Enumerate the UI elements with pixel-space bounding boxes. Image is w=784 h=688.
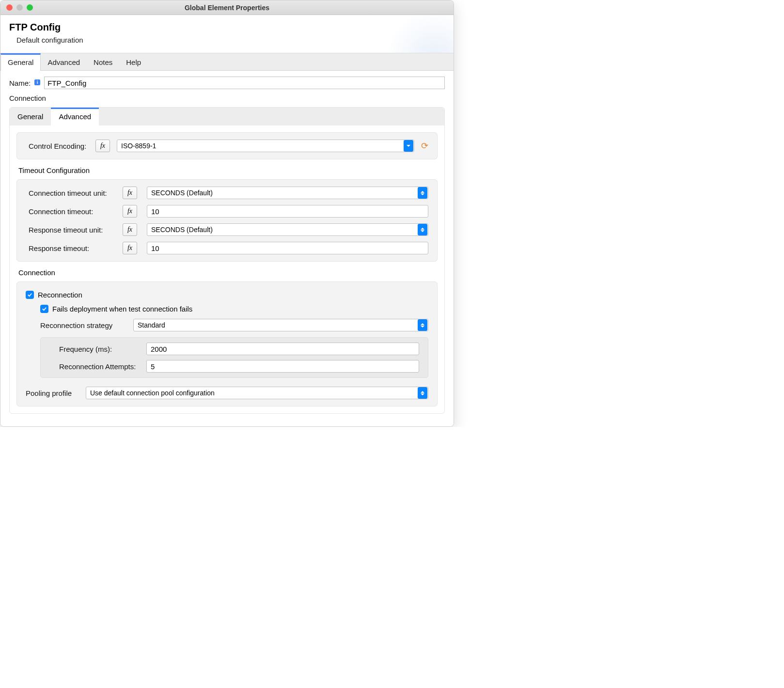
frequency-block: Frequency (ms): Reconnection Attempts: <box>40 337 428 378</box>
inner-content: Control Encoding: fx ISO-8859-1 ⟳ Timeou… <box>10 125 444 413</box>
close-icon[interactable] <box>6 4 13 11</box>
chevron-down-icon <box>404 140 413 152</box>
fx-button[interactable]: fx <box>95 140 110 152</box>
conn-timeout-label: Connection timeout: <box>26 207 118 216</box>
tab-advanced[interactable]: Advanced <box>41 53 87 70</box>
config-title: FTP Config <box>9 22 445 33</box>
inner-tab-general[interactable]: General <box>10 108 51 125</box>
conn-timeout-unit-label: Connection timeout unit: <box>26 189 118 197</box>
checkbox-checked-icon <box>26 291 34 299</box>
reconnection-checkbox-row[interactable]: Reconnection <box>26 291 428 299</box>
reconnection-strategy-select[interactable]: Standard <box>133 319 428 331</box>
inner-tabs: General Advanced <box>10 108 444 125</box>
name-input[interactable] <box>44 77 445 89</box>
config-subtitle: Default configuration <box>9 33 445 44</box>
tab-notes[interactable]: Notes <box>87 53 119 70</box>
timeout-header: Timeout Configuration <box>18 166 438 174</box>
connection-panel: General Advanced Control Encoding: fx IS… <box>9 107 445 414</box>
fx-button[interactable]: fx <box>123 242 137 254</box>
outer-tabs: General Advanced Notes Help <box>0 53 454 71</box>
conn-timeout-unit-value: SECONDS (Default) <box>147 189 417 197</box>
control-encoding-value: ISO-8859-1 <box>117 142 403 150</box>
fails-deployment-checkbox-row[interactable]: Fails deployment when test connection fa… <box>40 305 428 313</box>
reconnection-strategy-label: Reconnection strategy <box>40 321 127 329</box>
attempts-input[interactable] <box>146 360 419 373</box>
window-controls <box>0 4 33 11</box>
name-label: Name: <box>9 79 31 87</box>
updown-icon <box>418 387 427 399</box>
name-row: Name: i <box>9 77 445 89</box>
maximize-icon[interactable] <box>27 4 33 11</box>
outer-content: Name: i Connection General Advanced Cont… <box>0 71 454 426</box>
window-title: Global Element Properties <box>0 4 454 12</box>
refresh-icon[interactable]: ⟳ <box>421 141 428 151</box>
control-encoding-label: Control Encoding: <box>26 142 89 150</box>
reconnection-label: Reconnection <box>38 291 82 299</box>
resp-timeout-unit-select[interactable]: SECONDS (Default) <box>147 223 428 236</box>
pooling-profile-label: Pooling profile <box>26 389 79 397</box>
conn-timeout-unit-select[interactable]: SECONDS (Default) <box>147 187 428 199</box>
inner-tab-advanced[interactable]: Advanced <box>51 108 99 125</box>
titlebar: Global Element Properties <box>0 0 454 15</box>
fx-button[interactable]: fx <box>123 205 137 218</box>
updown-icon <box>418 319 427 331</box>
conn-timeout-input[interactable] <box>147 205 428 218</box>
fails-deployment-label: Fails deployment when test connection fa… <box>52 305 192 313</box>
checkbox-checked-icon <box>40 305 48 313</box>
resp-timeout-unit-value: SECONDS (Default) <box>147 226 417 234</box>
attempts-label: Reconnection Attempts: <box>49 362 141 371</box>
frequency-input[interactable] <box>146 343 419 355</box>
updown-icon <box>418 224 427 235</box>
reconnection-strategy-value: Standard <box>134 321 417 329</box>
connection-label: Connection <box>9 94 445 102</box>
frequency-label: Frequency (ms): <box>49 345 141 353</box>
updown-icon <box>418 187 427 199</box>
control-encoding-select[interactable]: ISO-8859-1 <box>117 140 414 152</box>
tab-help[interactable]: Help <box>119 53 148 70</box>
tab-general[interactable]: General <box>0 53 41 71</box>
resp-timeout-label: Response timeout: <box>26 244 118 252</box>
dialog-window: Global Element Properties FTP Config Def… <box>0 0 454 427</box>
fx-button[interactable]: fx <box>123 187 137 199</box>
timeout-block: Connection timeout unit: fx SECONDS (Def… <box>16 179 438 262</box>
connection-section-header: Connection <box>18 268 438 277</box>
info-icon: i <box>34 79 40 85</box>
resp-timeout-input[interactable] <box>147 242 428 254</box>
fx-button[interactable]: fx <box>123 223 137 236</box>
pooling-profile-value: Use default connection pool configuratio… <box>86 389 417 397</box>
minimize-icon[interactable] <box>16 4 23 11</box>
reconnection-block: Reconnection Fails deployment when test … <box>16 281 438 407</box>
dialog-header: FTP Config Default configuration <box>0 15 454 53</box>
pooling-profile-select[interactable]: Use default connection pool configuratio… <box>86 387 428 399</box>
resp-timeout-unit-label: Response timeout unit: <box>26 226 118 234</box>
encoding-block: Control Encoding: fx ISO-8859-1 ⟳ <box>16 132 438 159</box>
